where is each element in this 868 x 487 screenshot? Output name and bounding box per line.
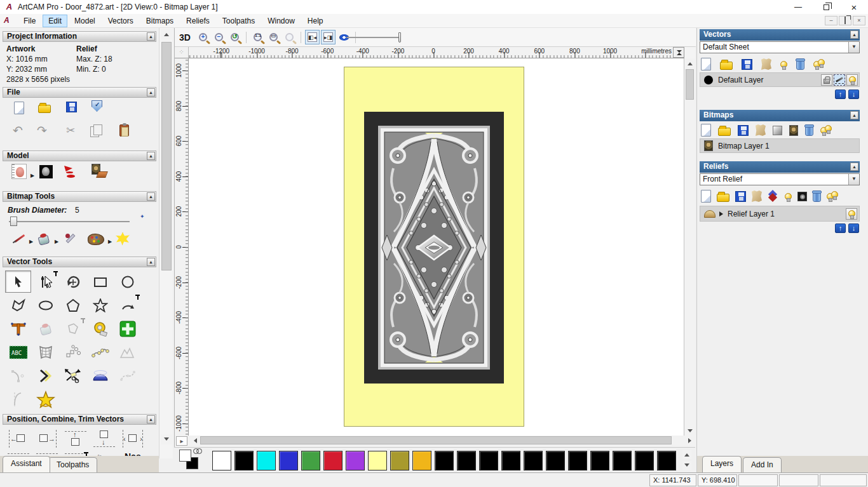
menu-item-edit[interactable]: Edit [43,15,67,27]
contrast-slider-track[interactable] [346,37,400,38]
zoom-1to1-button[interactable]: 1:1 [250,30,265,44]
all-bitmaps-visibility-icon[interactable] [820,125,833,136]
flyout-arrow-icon[interactable]: ▶ [55,239,58,244]
new-relief-layer-icon[interactable] [701,190,711,203]
relief-layer-row[interactable]: Relief Layer 1 [700,206,860,222]
toggle-vector-visibility-button[interactable]: ▸◨ [321,30,336,44]
weave-wizard-tool[interactable] [87,364,113,387]
scrollbar-thumb[interactable] [686,69,694,100]
canvas-viewport[interactable] [189,58,684,436]
reduce-colours-icon[interactable] [116,232,130,245]
toggle-visibility-icon[interactable] [780,61,787,68]
colour-picker-icon[interactable] [64,232,76,245]
palette-swatch[interactable] [568,451,587,470]
palette-swatch[interactable] [323,451,342,470]
save-bitmap-layer-icon[interactable] [738,125,749,136]
menu-item-reliefs[interactable]: Reliefs [180,15,215,27]
palette-scroll-up-icon[interactable] [682,450,691,459]
scroll-left-icon[interactable] [190,436,200,446]
offset-vectors-tool[interactable] [32,364,58,387]
text-selection-tool[interactable]: ABC [5,341,31,363]
palette-swatch[interactable] [234,451,254,470]
paste-along-curve-tool[interactable] [60,341,86,363]
save-vector-layer-icon[interactable] [742,59,752,70]
flyout-arrow-icon[interactable]: ▶ [29,239,33,244]
zoom-out-button[interactable]: − [212,30,226,44]
link-colours-icon[interactable] [193,448,201,453]
align-bottom-tool[interactable]: ↓ [91,428,118,450]
collapse-icon[interactable]: ▲ [850,163,858,171]
toggle-bitmap-visibility-button[interactable]: ◧◂ [305,30,320,44]
envelope-distort-tool[interactable] [32,341,58,363]
tab-layers[interactable]: Layers [702,456,742,472]
merge-layers-icon[interactable] [761,58,771,70]
cross-section-tool[interactable] [5,388,31,410]
layer-visibility-icon[interactable] [846,74,858,86]
flyout-arrow-icon[interactable]: ▶ [31,173,34,178]
arc-tool[interactable] [114,294,140,316]
palette-swatch[interactable] [412,451,431,470]
collapse-icon[interactable]: ▲ [147,32,155,41]
tab-add-in[interactable]: Add In [743,457,782,472]
fit-spline-tool[interactable] [87,341,113,363]
brush-slider-track[interactable] [9,221,130,222]
primary-colour-indicator[interactable] [179,450,191,462]
delete-relief-layer-icon[interactable] [813,192,821,202]
align-top-tool[interactable]: ↑ [62,428,89,450]
palette-scroll-down-icon[interactable] [682,461,691,470]
ellipse-tool[interactable] [32,294,58,316]
mdi-close-button[interactable]: × [853,16,865,25]
brush-slider-handle[interactable] [10,217,17,226]
open-icon[interactable] [38,102,51,113]
vector-pour-tool[interactable] [32,317,58,340]
palette-swatch[interactable] [501,451,520,470]
align-left-tool[interactable]: ← [5,428,32,450]
menu-item-window[interactable]: Window [262,15,301,27]
move-layer-down-button[interactable]: ↓ [848,90,859,99]
new-model-icon[interactable] [14,102,24,114]
paint-icon[interactable] [13,232,27,245]
toggle-3d-view-button[interactable]: 3D [175,30,194,44]
snap-to-layer-icon[interactable] [834,74,845,86]
lock-layer-icon[interactable] [821,74,832,86]
collapse-icon[interactable]: ▲ [850,111,858,119]
scrollbar-thumb[interactable] [161,42,172,270]
measure-tool[interactable] [87,317,113,340]
collapse-icon[interactable]: ▲ [147,192,155,201]
palette-swatch[interactable] [635,451,654,470]
chevron-down-icon[interactable]: ▼ [848,174,859,185]
center-horizontal-tool[interactable]: ‹› [119,428,146,450]
scroll-right-icon[interactable] [685,436,695,446]
all-layers-visibility-icon[interactable] [813,59,826,70]
menu-item-help[interactable]: Help [302,15,329,27]
palette-icon[interactable] [88,234,104,245]
layer-colour-swatch[interactable] [704,76,713,84]
greyscale-icon[interactable] [773,126,782,135]
tab-toolpaths[interactable]: Toolpaths [48,457,97,472]
mdi-restore-button[interactable] [839,16,851,25]
menu-item-bitmaps[interactable]: Bitmaps [140,15,179,27]
adjust-greyscale-icon[interactable] [39,165,53,178]
options-icon[interactable] [92,100,102,112]
tab-assistant[interactable]: Assistant [3,456,50,472]
palette-swatch[interactable] [657,451,676,470]
menu-item-model[interactable]: Model [69,15,101,27]
align-right-tool[interactable]: → [34,428,60,450]
relief-layer-visibility-icon[interactable] [846,208,857,220]
palette-swatch[interactable] [279,451,298,470]
zoom-object-button[interactable] [282,30,297,44]
vector-layer-row[interactable]: Default Layer [700,72,860,87]
fit-vectors-tool[interactable] [60,317,86,340]
transform-tool[interactable] [60,270,86,293]
palette-swatch[interactable] [457,451,476,470]
palette-swatch[interactable] [301,451,320,470]
rectangle-tool[interactable] [87,270,113,293]
save-icon[interactable] [66,102,77,112]
collapse-icon[interactable]: ▲ [147,258,155,266]
copy-icon[interactable] [90,124,102,137]
load-texture-icon[interactable] [92,164,107,178]
menu-item-file[interactable]: File [18,15,41,27]
palette-swatch[interactable] [435,451,454,470]
menu-item-vectors[interactable]: Vectors [102,15,139,27]
set-model-size-icon[interactable] [11,164,27,179]
